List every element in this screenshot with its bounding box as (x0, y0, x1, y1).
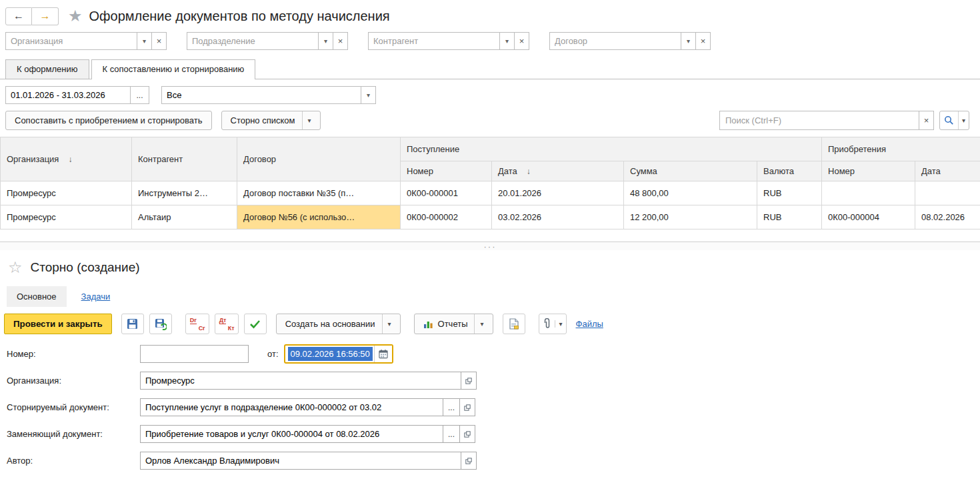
chooser-icon[interactable] (461, 452, 477, 470)
number-label: Номер: (7, 349, 140, 359)
dropdown-arrow-icon[interactable]: ▾ (500, 32, 515, 50)
col-header-contract[interactable]: Договор (237, 137, 401, 181)
storno-list-button[interactable]: Сторно списком ▾ (221, 111, 321, 130)
period-input[interactable] (5, 86, 131, 104)
tab-tasks[interactable]: Задачи (81, 292, 111, 302)
period-more-button[interactable]: ... (131, 86, 149, 104)
table-row[interactable]: Промресурс Инструменты 2… Договор постав… (1, 181, 980, 205)
chevron-down-icon: ▾ (474, 314, 483, 334)
date-input[interactable]: 09.02.2026 16:56:50 (288, 347, 373, 361)
create-based-on-button[interactable]: Создать на основании ▾ (276, 314, 401, 334)
match-and-storno-button[interactable]: Сопоставить с приобретением и сторнирова… (5, 111, 212, 130)
chevron-down-icon: ▾ (302, 111, 311, 129)
sort-desc-icon: ↓ (527, 167, 531, 176)
favorite-star-outline-icon[interactable]: ☆ (8, 258, 23, 277)
dt-kt-button[interactable]: ДтКт (215, 314, 239, 334)
cell-currency[interactable]: RUB (757, 181, 822, 205)
save-refresh-button[interactable] (149, 314, 172, 334)
clear-icon[interactable]: × (152, 32, 167, 50)
chooser-icon[interactable] (460, 425, 475, 443)
attachments-button[interactable]: ▾ (539, 314, 567, 334)
save-button[interactable] (121, 314, 144, 334)
cell-org[interactable]: Промресурс (1, 181, 132, 205)
col-header-acq-date[interactable]: Дата (915, 161, 980, 181)
clear-icon[interactable]: × (696, 32, 711, 50)
chooser-icon[interactable] (460, 398, 475, 416)
search-input[interactable] (719, 111, 919, 130)
organization-filter-input[interactable] (5, 32, 137, 50)
department-filter-input[interactable] (187, 32, 319, 50)
col-header-org[interactable]: Организация↓ (1, 137, 132, 181)
col-header-sum[interactable]: Сумма (624, 161, 757, 181)
cell-number[interactable]: 0К00-000002 (401, 205, 492, 229)
cell-date[interactable]: 20.01.2026 (492, 181, 624, 205)
mode-select-input[interactable] (161, 86, 361, 104)
cell-sum[interactable]: 48 800,00 (624, 181, 757, 205)
number-input[interactable] (140, 345, 249, 363)
col-header-contract-label: Договор (243, 154, 276, 164)
replacing-more-button[interactable]: ... (443, 425, 460, 443)
author-row: Автор: (7, 452, 973, 470)
post-button[interactable] (244, 314, 267, 334)
document-button[interactable] (503, 314, 525, 334)
clear-icon[interactable]: × (333, 32, 348, 50)
cell-contragent[interactable]: Альтаир (132, 205, 237, 229)
contragent-filter-input[interactable] (368, 32, 500, 50)
nav-buttons: ← → (5, 7, 59, 25)
page-title: Оформление документов по методу начислен… (89, 9, 390, 24)
cell-acq-number[interactable]: 0К00-000004 (822, 205, 915, 229)
cell-sum[interactable]: 12 200,00 (624, 205, 757, 229)
cell-acq-date[interactable] (915, 181, 980, 205)
from-label: от: (267, 349, 279, 359)
forward-button[interactable]: → (32, 7, 59, 25)
calendar-icon[interactable] (374, 346, 392, 362)
clear-icon[interactable]: × (919, 111, 934, 130)
contract-filter-input[interactable] (549, 32, 681, 50)
post-and-close-button[interactable]: Провести и закрыть (4, 314, 112, 334)
cell-contract[interactable]: Договор поставки №35 (п… (237, 181, 401, 205)
col-header-date[interactable]: Дата↓ (492, 161, 624, 181)
organization-row: Организация: (7, 372, 973, 390)
col-header-currency[interactable]: Валюта (757, 161, 822, 181)
chooser-icon[interactable] (461, 372, 477, 390)
favorite-star-icon[interactable]: ★ (68, 7, 83, 25)
col-header-acq-number[interactable]: Номер (822, 161, 915, 181)
dropdown-arrow-icon[interactable]: ▾ (361, 86, 376, 104)
replacing-document-input[interactable] (140, 425, 443, 443)
col-header-contragent[interactable]: Контрагент (132, 137, 237, 181)
tab-registration[interactable]: К оформлению (5, 59, 89, 79)
dropdown-arrow-icon[interactable]: ▾ (319, 32, 333, 50)
col-header-org-label: Организация (7, 154, 59, 164)
storno-document-input[interactable] (140, 398, 443, 416)
documents-table: Организация↓ Контрагент Договор Поступле… (0, 137, 980, 229)
clear-icon[interactable]: × (515, 32, 529, 50)
cell-currency[interactable]: RUB (757, 205, 822, 229)
table-row-selected[interactable]: Промресурс Альтаир Договор №56 (с исполь… (1, 205, 980, 229)
col-group-acquisitions[interactable]: Приобретения (822, 137, 980, 161)
author-input[interactable] (140, 452, 461, 470)
col-header-sum-label: Сумма (630, 166, 657, 176)
storno-more-button[interactable]: ... (443, 398, 460, 416)
pane-splitter[interactable]: ··· (0, 241, 980, 250)
cell-acq-number[interactable] (822, 181, 915, 205)
cell-date[interactable]: 03.02.2026 (492, 205, 624, 229)
dropdown-arrow-icon[interactable]: ▾ (681, 32, 696, 50)
files-link[interactable]: Файлы (576, 319, 603, 329)
back-button[interactable]: ← (5, 7, 32, 25)
replacing-document-row: Заменяющий документ: ... (7, 425, 973, 443)
organization-input[interactable] (140, 372, 461, 390)
col-group-receipt[interactable]: Поступление (401, 137, 822, 161)
col-header-number[interactable]: Номер (401, 161, 492, 181)
chevron-down-icon: ▾ (958, 111, 969, 129)
cell-contract-current[interactable]: Договор №56 (с использо… (237, 205, 401, 229)
cell-org[interactable]: Промресурс (1, 205, 132, 229)
dropdown-arrow-icon[interactable]: ▾ (137, 32, 152, 50)
find-button[interactable]: ▾ (939, 111, 969, 130)
cell-number[interactable]: 0К00-000001 (401, 181, 492, 205)
dr-cr-button[interactable]: DrCr (185, 314, 209, 334)
tab-main[interactable]: Основное (7, 286, 67, 307)
reports-button[interactable]: Отчеты ▾ (414, 314, 493, 334)
cell-contragent[interactable]: Инструменты 2… (132, 181, 237, 205)
cell-acq-date[interactable]: 08.02.2026 (915, 205, 980, 229)
tab-matching[interactable]: К сопоставлению и сторнированию (91, 59, 256, 79)
